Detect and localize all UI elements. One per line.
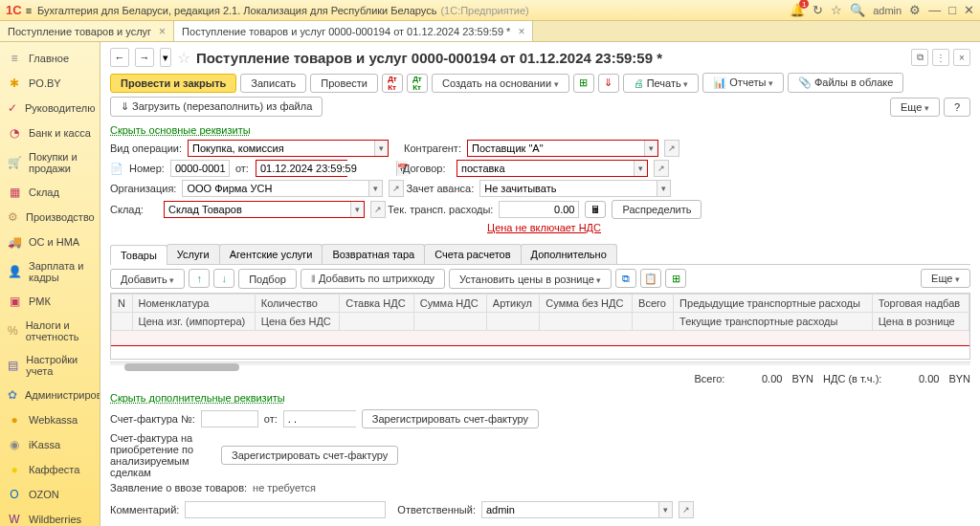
retail-prices-button[interactable]: Установить цены в рознице (449, 269, 612, 289)
print-button[interactable]: 🖨 Печать (623, 74, 700, 93)
sidebar-item[interactable]: 👤Зарплата и кадры (0, 254, 100, 289)
column-header[interactable]: Номенклатура (132, 295, 255, 313)
open-icon[interactable]: ↗ (664, 140, 679, 157)
advance-select[interactable]: ▾ (479, 180, 671, 197)
open-icon[interactable]: ↗ (654, 160, 669, 177)
column-header[interactable]: Предыдущие транспортные расходы (674, 295, 873, 313)
invoice-date-group[interactable]: 📅 (283, 410, 356, 427)
doc-tab[interactable]: Счета расчетов (424, 244, 521, 264)
column-header[interactable]: Торговая надбав (872, 295, 969, 313)
date-input-group[interactable]: 📅 (256, 160, 347, 177)
sidebar-item[interactable]: ●Каффеста (0, 457, 100, 482)
column-subheader[interactable] (413, 313, 486, 331)
settings-icon[interactable]: ⚙ (909, 3, 921, 17)
column-subheader[interactable] (486, 313, 540, 331)
column-subheader[interactable]: Цена в рознице (872, 313, 969, 331)
back-button[interactable]: ← (110, 48, 129, 67)
empty-row[interactable] (112, 331, 969, 346)
user-label[interactable]: admin (873, 5, 902, 16)
nav-dropdown[interactable]: ▾ (160, 48, 171, 67)
menu-icon[interactable]: ≡ (26, 5, 32, 16)
create-based-button[interactable]: Создать на основании (432, 74, 569, 93)
sidebar-item[interactable]: ◉iKassa (0, 432, 100, 457)
dropdown-icon[interactable]: ▾ (368, 181, 382, 196)
write-button[interactable]: Записать (240, 74, 306, 93)
column-header[interactable]: Артикул (486, 295, 540, 313)
dropdown-icon[interactable]: ▾ (374, 141, 388, 156)
barcode-button[interactable]: ⦀ Добавить по штрихкоду (301, 269, 445, 289)
favorites-icon[interactable]: ☆ (831, 3, 842, 17)
tab-close-icon[interactable]: × (518, 25, 524, 38)
responsible-select[interactable]: ▾ (481, 501, 673, 518)
doc-tab[interactable]: Товары (110, 245, 167, 265)
column-subheader[interactable] (540, 313, 633, 331)
contract-input[interactable] (457, 161, 634, 176)
dt-kt-icon[interactable]: ДтКт (382, 74, 403, 93)
paste-icon[interactable]: 📋 (640, 269, 661, 288)
tab-item-active[interactable]: Поступление товаров и услуг 0000-000194 … (174, 21, 533, 41)
sidebar-item[interactable]: 🚚ОС и НМА (0, 230, 100, 254)
sidebar-item[interactable]: ✱PO.BY (0, 71, 100, 96)
column-subheader[interactable] (340, 313, 414, 331)
tab-item[interactable]: Поступление товаров и услуг × (0, 21, 174, 41)
horizontal-scrollbar[interactable] (110, 362, 970, 365)
cloud-files-button[interactable]: 📎 Файлы в облаке (788, 73, 903, 93)
help-button[interactable]: ? (944, 98, 970, 117)
dropdown-icon[interactable]: ▾ (634, 161, 647, 176)
sidebar-item[interactable]: ◔Банк и касса (0, 121, 100, 145)
dropdown-icon[interactable]: ▾ (644, 141, 657, 156)
search-icon[interactable]: 🔍 (850, 3, 865, 17)
column-subheader[interactable]: Цена без НДС (255, 313, 339, 331)
dropdown-icon[interactable]: ▾ (658, 502, 672, 517)
add-button[interactable]: Добавить (110, 269, 185, 289)
open-icon[interactable]: ↗ (370, 201, 386, 218)
advance-input[interactable] (480, 181, 657, 196)
close-page-icon[interactable]: × (953, 49, 970, 66)
register-invoice2-button[interactable]: Зарегистрировать счет-фактуру (221, 446, 398, 465)
doc-tab[interactable]: Дополнительно (521, 244, 617, 264)
close-icon[interactable]: ✕ (964, 3, 974, 17)
column-subheader[interactable]: Текущие транспортные расходы (674, 313, 873, 331)
goods-table[interactable]: NНоменклатураКоличествоСтавка НДССумма Н… (110, 293, 970, 360)
vat-link[interactable]: Цена не включает НДС (487, 222, 601, 233)
column-header[interactable]: Всего (633, 295, 674, 313)
sidebar-item[interactable]: ▦Склад (0, 180, 100, 205)
register-invoice-button[interactable]: Зарегистрировать счет-фактуру (362, 409, 539, 428)
doc-tab[interactable]: Услуги (167, 244, 220, 264)
up-icon[interactable]: ↑ (189, 269, 210, 288)
post-close-button[interactable]: Провести и закрыть (110, 74, 236, 93)
date-input[interactable] (256, 161, 396, 176)
pick-button[interactable]: Подбор (238, 269, 297, 289)
forward-button[interactable]: → (135, 48, 154, 67)
hide-additional-link[interactable]: Скрыть дополнительные реквизиты (100, 390, 980, 405)
sidebar-item[interactable]: ●Webkassa (0, 407, 100, 432)
reports-button[interactable]: 📊 Отчеты (702, 73, 784, 93)
copy-icon[interactable]: ⧉ (615, 269, 636, 288)
column-subheader[interactable] (633, 313, 674, 331)
minimize-icon[interactable]: — (928, 3, 941, 17)
notification-icon[interactable]: 🔔 (790, 3, 805, 17)
sidebar-item[interactable]: ▣РМК (0, 289, 100, 314)
sidebar-item[interactable]: %Налоги и отчетность (0, 314, 100, 348)
distribute-button[interactable]: Распределить (612, 200, 702, 219)
menu-dots-icon[interactable]: ⋮ (932, 49, 949, 66)
sidebar-item[interactable]: ✿Администрирование (0, 383, 100, 407)
column-subheader[interactable] (112, 313, 133, 331)
org-select[interactable]: ▾ (182, 180, 383, 197)
excel-icon[interactable]: ⊞ (573, 74, 594, 93)
import-icon[interactable]: ⇓ (598, 74, 619, 93)
column-header[interactable]: Сумма без НДС (540, 295, 633, 313)
dropdown-icon[interactable]: ▾ (657, 181, 670, 196)
history-icon[interactable]: ↻ (813, 3, 823, 17)
tab-close-icon[interactable]: × (159, 25, 166, 38)
doc-tab[interactable]: Агентские услуги (219, 244, 323, 264)
load-file-button[interactable]: ⇓ Загрузить (перезаполнить) из файла (110, 97, 323, 117)
sidebar-item[interactable]: 🛒Покупки и продажи (0, 145, 100, 180)
column-subheader[interactable]: Цена изг. (импортера) (132, 313, 255, 331)
sidebar-item[interactable]: WWildberries (0, 507, 100, 526)
post-button[interactable]: Провести (310, 74, 378, 93)
column-header[interactable]: Количество (255, 295, 339, 313)
contract-select[interactable]: ▾ (457, 160, 648, 177)
sidebar-item[interactable]: ⚙Производство (0, 205, 100, 230)
maximize-icon[interactable]: □ (948, 3, 956, 17)
